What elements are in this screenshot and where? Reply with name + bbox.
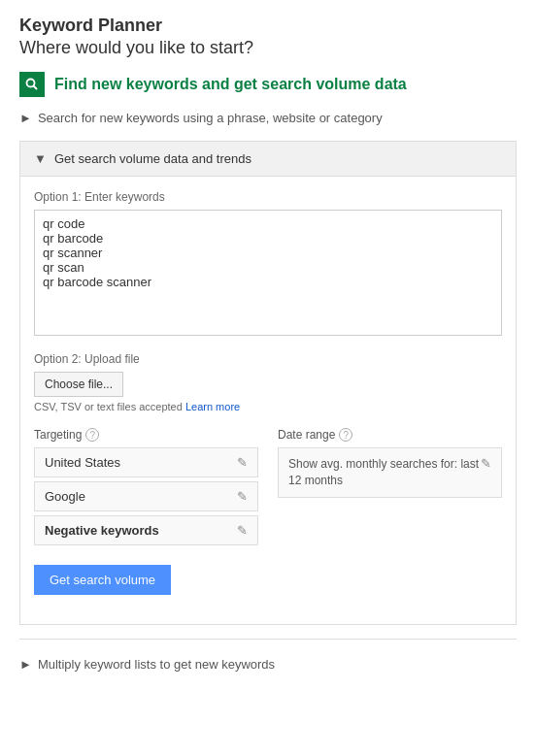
bottom-option-row[interactable]: ► Multiply keyword lists to get new keyw… xyxy=(19,649,517,679)
svg-point-0 xyxy=(27,80,35,87)
option1-label: Option 1: Enter keywords xyxy=(34,190,502,204)
targeting-item-negative[interactable]: Negative keywords ✎ xyxy=(34,515,258,545)
targeting-google-edit-icon: ✎ xyxy=(237,489,248,504)
targeting-item-google[interactable]: Google ✎ xyxy=(34,481,258,511)
daterange-title: Date range ? xyxy=(278,428,502,442)
learn-more-link[interactable]: Learn more xyxy=(185,401,240,412)
targeting-item-country[interactable]: United States ✎ xyxy=(34,447,258,477)
app-subtitle: Where would you like to start? xyxy=(19,38,517,58)
app-title: Keyword Planner xyxy=(19,16,517,36)
svg-line-1 xyxy=(34,86,38,90)
targeting-help-icon[interactable]: ? xyxy=(85,428,99,442)
main-option-label: Find new keywords and get search volume … xyxy=(54,76,407,93)
targeting-google-label: Google xyxy=(45,489,85,504)
section-panel-body: Option 1: Enter keywords qr code qr barc… xyxy=(20,177,516,624)
section-expand-icon: ▼ xyxy=(34,151,47,166)
targeting-negative-edit-icon: ✎ xyxy=(237,523,248,538)
main-option[interactable]: Find new keywords and get search volume … xyxy=(19,72,517,97)
section-panel-title: Get search volume data and trends xyxy=(54,151,251,166)
keywords-textarea[interactable]: qr code qr barcode qr scanner qr scan qr… xyxy=(34,210,502,336)
divider xyxy=(19,639,517,640)
targeting-col: Targeting ? United States ✎ Google ✎ Neg… xyxy=(34,428,258,549)
two-col-layout: Targeting ? United States ✎ Google ✎ Neg… xyxy=(34,428,502,549)
targeting-country-edit-icon: ✎ xyxy=(237,455,248,470)
page-container: Keyword Planner Where would you like to … xyxy=(0,0,536,695)
file-hint: CSV, TSV or text files accepted Learn mo… xyxy=(34,401,502,412)
targeting-label: Targeting xyxy=(34,428,82,442)
bottom-option-label: Multiply keyword lists to get new keywor… xyxy=(38,657,275,672)
targeting-title: Targeting ? xyxy=(34,428,258,442)
collapsed-arrow-icon: ► xyxy=(19,111,32,125)
daterange-help-icon[interactable]: ? xyxy=(339,428,352,442)
daterange-label: Date range xyxy=(278,428,335,442)
targeting-country-label: United States xyxy=(45,455,120,470)
option2-label: Option 2: Upload file xyxy=(34,352,502,366)
get-search-volume-button[interactable]: Get search volume xyxy=(34,565,171,595)
file-hint-text: CSV, TSV or text files accepted xyxy=(34,401,183,412)
choose-file-button[interactable]: Choose file... xyxy=(34,372,123,397)
search-icon xyxy=(19,72,45,97)
bottom-arrow-icon: ► xyxy=(19,657,32,672)
collapsed-option-label: Search for new keywords using a phrase, … xyxy=(38,111,383,125)
section-panel-header[interactable]: ▼ Get search volume data and trends xyxy=(20,142,516,177)
targeting-negative-label: Negative keywords xyxy=(45,523,159,538)
daterange-edit-icon: ✎ xyxy=(481,456,491,471)
collapsed-option-row[interactable]: ► Search for new keywords using a phrase… xyxy=(19,107,517,129)
daterange-text: Show avg. monthly searches for: last 12 … xyxy=(288,456,481,489)
section-panel: ▼ Get search volume data and trends Opti… xyxy=(19,141,517,625)
daterange-box[interactable]: Show avg. monthly searches for: last 12 … xyxy=(278,447,502,498)
daterange-col: Date range ? Show avg. monthly searches … xyxy=(278,428,502,549)
